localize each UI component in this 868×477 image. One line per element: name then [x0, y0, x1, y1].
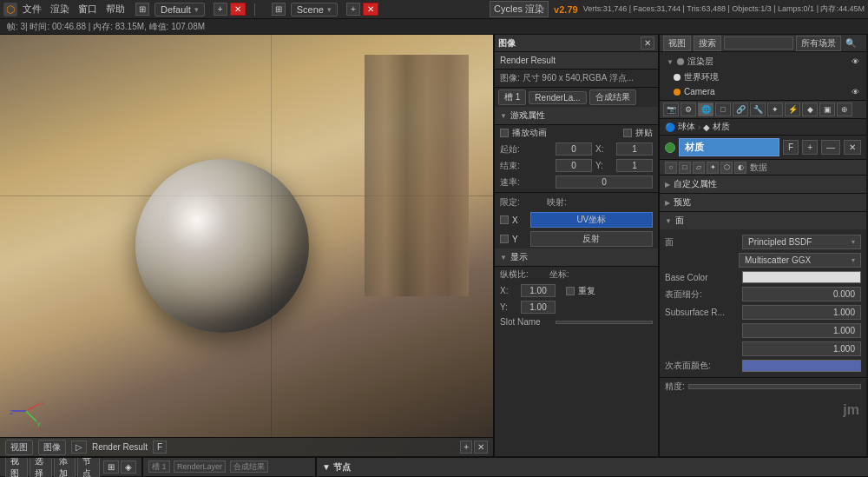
node-view-btn[interactable]: 视图: [5, 458, 28, 477]
scene-props-icon[interactable]: ⚙: [681, 103, 696, 116]
mat-f-btn[interactable]: F: [783, 140, 799, 155]
material-icon[interactable]: ◆: [802, 103, 818, 116]
renderlayer-vis-icon[interactable]: 👁: [852, 57, 859, 66]
menu-window[interactable]: 窗口: [78, 3, 97, 16]
start-val[interactable]: 0: [556, 142, 592, 156]
camera-vis-icon[interactable]: 👁: [852, 88, 859, 96]
node-select-btn[interactable]: 选择: [30, 458, 52, 477]
texture-icon[interactable]: ▣: [819, 103, 835, 116]
face-header[interactable]: ▼ 面: [660, 212, 866, 229]
mat-env-icon[interactable]: ⬡: [720, 162, 733, 174]
face-type-dropdown[interactable]: Principled BSDF ▾: [742, 235, 861, 249]
frame-stats: 帧: 3| 时间: 00:46.88 | 内存: 83.15M, 峰值: 107…: [7, 21, 205, 33]
face-mode-dropdown[interactable]: Multiscatter GGX ▾: [739, 253, 861, 268]
scene-selector[interactable]: Scene ▾: [291, 3, 338, 17]
search-btn-right[interactable]: 搜索: [694, 36, 721, 51]
data-icon[interactable]: ⊕: [837, 103, 852, 116]
viewport-view-btn[interactable]: 视图: [5, 440, 33, 455]
preview-header[interactable]: ▶ 预览: [660, 194, 866, 211]
x-limit-check[interactable]: [500, 215, 509, 224]
material-header: 材质 F + — ✕: [660, 136, 866, 160]
display-header[interactable]: ▼ 显示: [495, 248, 658, 267]
subsurface-value[interactable]: 0.000: [742, 287, 861, 301]
constraint-icon[interactable]: 🔗: [733, 103, 748, 116]
y-limit-check[interactable]: [500, 235, 509, 243]
mat-plane-icon[interactable]: ▱: [693, 162, 705, 174]
base-color-row: Base Color: [665, 269, 861, 285]
x-uv-row: X UV坐标: [495, 210, 658, 229]
vp-zoom-btn[interactable]: +: [460, 441, 472, 454]
combine-mid-btn[interactable]: 合成结果: [230, 460, 268, 473]
precision-value[interactable]: [688, 384, 861, 389]
render-props-icon[interactable]: 📷: [663, 103, 679, 116]
limit-map-row: 限定: 映射:: [495, 195, 658, 210]
viewport-select-btn[interactable]: 图像: [38, 440, 66, 455]
slot-name-input[interactable]: [556, 321, 653, 324]
slot-btn[interactable]: 槽 1: [498, 89, 526, 105]
top-menu[interactable]: 文件 渲染 窗口 帮助: [23, 3, 125, 16]
play-anim-check[interactable]: [500, 129, 509, 137]
mat-minus-btn[interactable]: —: [821, 140, 840, 155]
node-add-btn[interactable]: 添加: [54, 458, 76, 477]
all-scenes-btn[interactable]: 所有场景: [796, 36, 841, 51]
render-layer-mid-btn[interactable]: RenderLayer: [174, 460, 226, 473]
mat-x-btn[interactable]: ✕: [844, 140, 861, 155]
y-val[interactable]: 1: [616, 159, 653, 172]
engine-dropdown[interactable]: Cycles 渲染: [490, 1, 549, 17]
sub-r-val1[interactable]: 1.000: [742, 305, 861, 320]
mat-color-icon[interactable]: ◐: [734, 162, 746, 174]
sub-r-val2[interactable]: 1.000: [742, 323, 861, 338]
x-aspect-val[interactable]: 1.00: [521, 284, 556, 297]
f-btn[interactable]: F: [153, 441, 167, 454]
vp-info-btn[interactable]: ✕: [474, 441, 488, 454]
object-props-icon[interactable]: □: [715, 103, 731, 116]
mat-sphere-icon[interactable]: ○: [665, 162, 677, 174]
uv-dropdown[interactable]: UV坐标: [530, 212, 653, 228]
y-aspect-val[interactable]: 1.00: [521, 301, 556, 314]
node-right-panel: ▼ 节点 名称: Principled ... 标签: ▼ 颜色 ▼ 属性: [317, 458, 868, 477]
subsurface-color-swatch[interactable]: [742, 360, 861, 372]
end-val[interactable]: 0: [556, 159, 592, 172]
custom-props-header[interactable]: ▶ 自定义属性: [660, 176, 866, 193]
x-val[interactable]: 1: [616, 142, 653, 156]
search-icon[interactable]: 🔍: [845, 38, 856, 48]
mat-data-btn[interactable]: 数据: [750, 162, 767, 174]
modifier-icon[interactable]: 🔧: [750, 103, 766, 116]
mat-plus-btn[interactable]: +: [802, 140, 818, 155]
game-props-header[interactable]: ▼ 游戏属性: [495, 107, 658, 125]
particles-icon[interactable]: ✦: [767, 103, 783, 116]
search-field[interactable]: [724, 36, 793, 50]
material-name-field[interactable]: 材质: [679, 138, 779, 156]
menu-help[interactable]: 帮助: [106, 3, 125, 16]
node-icons2[interactable]: ◈: [121, 460, 136, 474]
fps-val[interactable]: 0: [556, 176, 653, 189]
face-mode-row: Multiscatter GGX ▾: [665, 251, 861, 269]
outliner-item-renderlayer[interactable]: ▼ 渲染层 👁: [663, 54, 863, 70]
sub-r-val3[interactable]: 1.000: [742, 341, 861, 356]
render-layer-btn[interactable]: RenderLa...: [529, 91, 586, 104]
repeat-check[interactable]: [566, 287, 575, 295]
mat-light-icon[interactable]: ✦: [707, 162, 719, 174]
viewport-render-icon[interactable]: ▷: [71, 441, 87, 454]
base-color-swatch[interactable]: [742, 271, 861, 283]
slot-mid-btn[interactable]: 槽 1: [148, 460, 170, 473]
world-props-icon[interactable]: 🌐: [698, 103, 713, 116]
face-type-row: 面 Principled BSDF ▾: [665, 233, 861, 251]
menu-file[interactable]: 文件: [23, 3, 42, 16]
mat-cube-icon[interactable]: □: [679, 162, 691, 174]
view-btn-right[interactable]: 视图: [663, 36, 691, 51]
tile-check[interactable]: [623, 129, 632, 137]
breadcrumb-sphere[interactable]: 球体: [678, 121, 695, 133]
workspace-selector[interactable]: Default ▾: [155, 3, 205, 17]
node-node-btn[interactable]: 节点: [77, 458, 100, 477]
reflect-dropdown[interactable]: 反射: [530, 231, 653, 247]
physics-icon[interactable]: ⚡: [785, 103, 800, 116]
outliner-item-camera[interactable]: Camera 👁: [663, 85, 863, 98]
combine-btn[interactable]: 合成结果: [589, 89, 636, 105]
node-icons[interactable]: ⊞: [103, 460, 119, 474]
viewport[interactable]: X Y Z 视图 图像 ▷ Render Result F + ✕: [0, 35, 495, 456]
node-panel-label: ▼ 节点: [322, 461, 351, 474]
outliner-item-world[interactable]: 世界环境: [663, 70, 863, 85]
img-panel-close[interactable]: ✕: [641, 36, 654, 50]
menu-render[interactable]: 渲染: [50, 3, 69, 16]
